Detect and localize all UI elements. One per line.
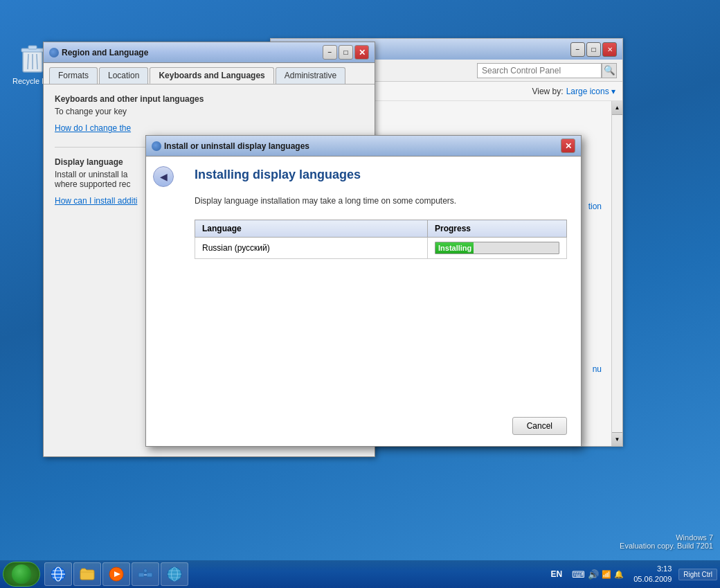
table-row: Russian (русский) Installing <box>195 238 567 259</box>
keyboards-section-text: To change your key <box>55 107 363 116</box>
cp-scrollbar[interactable]: ▲ ▼ <box>611 101 622 446</box>
cp-search-btn[interactable]: 🔍 <box>602 63 617 78</box>
col-progress: Progress <box>428 220 567 238</box>
region-minimize-btn[interactable]: − <box>323 45 337 60</box>
globe-taskbar-icon <box>166 566 183 582</box>
install-dialog-icon <box>152 141 161 151</box>
install-description: Display language installation may take a… <box>195 196 567 206</box>
cp-titlebar-controls: − □ ✕ <box>570 42 617 57</box>
cp-partial-text: tion <box>588 202 602 211</box>
col-language: Language <box>195 220 428 238</box>
system-tray: ⌨ 🔊 📶 🔔 <box>569 569 627 580</box>
clock[interactable]: 3:13 05.06.2009 <box>629 564 676 585</box>
taskbar-items <box>44 562 547 586</box>
language-indicator[interactable]: EN <box>547 569 567 579</box>
cp-search-input[interactable] <box>477 63 602 78</box>
taskbar-right: EN ⌨ 🔊 📶 🔔 3:13 05.06.2009 Right Ctrl <box>547 564 717 585</box>
install-close-btn[interactable]: ✕ <box>561 139 575 153</box>
taskbar-item-network[interactable] <box>132 562 159 586</box>
language-cell: Russian (русский) <box>195 238 428 259</box>
taskbar-item-media[interactable] <box>102 562 130 586</box>
cp-close-btn[interactable]: ✕ <box>602 42 617 57</box>
network-tray-icon[interactable]: 📶 <box>602 570 611 579</box>
svg-rect-13 <box>138 573 144 577</box>
region-titlebar-title: Region and Language <box>62 48 321 57</box>
svg-rect-14 <box>147 573 152 577</box>
eval-line1: Windows 7 <box>620 533 713 542</box>
install-back-btn[interactable]: ◀ <box>153 166 174 187</box>
region-close-btn[interactable]: ✕ <box>354 45 369 60</box>
region-tabs: Formats Location Keyboards and Languages… <box>44 63 375 84</box>
taskbar-item-globe[interactable] <box>161 562 188 586</box>
folder-icon <box>79 566 96 582</box>
start-orb-icon <box>12 564 31 584</box>
cp-search-area: 🔍 <box>467 63 617 78</box>
svg-line-5 <box>37 54 37 69</box>
speaker-tray-icon[interactable]: 🔊 <box>588 569 599 580</box>
install-body: ◀ Installing display languages Display l… <box>146 157 581 446</box>
view-by-label: View by: <box>532 87 563 96</box>
install-heading: Installing display languages <box>195 168 567 182</box>
ie-icon <box>50 566 66 582</box>
svg-rect-2 <box>28 46 37 49</box>
region-titlebar: Region and Language − □ ✕ <box>44 42 375 63</box>
eval-copy-text: Windows 7 Evaluation copy. Build 7201 <box>620 533 713 550</box>
right-ctrl-label: Right Ctrl <box>678 569 717 580</box>
cp-minimize-btn[interactable]: − <box>570 42 585 57</box>
keyboard-help-link1[interactable]: How do I change the <box>55 123 363 133</box>
progress-cell: Installing <box>428 238 567 259</box>
action-center-icon[interactable]: 🔔 <box>614 570 624 579</box>
cancel-button[interactable]: Cancel <box>512 417 567 435</box>
install-main: Installing display languages Display lan… <box>181 157 581 446</box>
media-icon <box>108 566 125 582</box>
region-restore-btn[interactable]: □ <box>339 45 353 60</box>
tab-keyboards-languages[interactable]: Keyboards and Languages <box>150 67 273 84</box>
view-by-value[interactable]: Large icons ▾ <box>566 87 615 96</box>
tab-formats[interactable]: Formats <box>49 67 98 84</box>
network-icon <box>137 566 154 582</box>
svg-point-16 <box>144 569 147 573</box>
install-titlebar: Install or uninstall display languages ✕ <box>146 136 581 157</box>
install-titlebar-title: Install or uninstall display languages <box>164 141 561 151</box>
keyboard-tray-icon[interactable]: ⌨ <box>572 569 585 580</box>
progress-bar-container: Installing <box>435 242 559 254</box>
install-dialog: Install or uninstall display languages ✕… <box>145 135 582 447</box>
svg-line-3 <box>28 54 28 69</box>
progress-bar-label: Installing <box>438 244 471 252</box>
tab-administrative[interactable]: Administrative <box>276 67 345 84</box>
install-footer: Cancel <box>512 417 567 435</box>
keyboards-section-title: Keyboards and other input languages <box>55 94 363 104</box>
start-button[interactable] <box>3 562 40 587</box>
region-titlebar-icon <box>49 48 59 57</box>
progress-bar-fill: Installing <box>435 242 474 253</box>
language-table: Language Progress Russian (русский) Inst… <box>195 220 567 259</box>
tab-location[interactable]: Location <box>99 67 148 84</box>
clock-date: 05.06.2009 <box>633 574 672 585</box>
install-sidebar: ◀ <box>146 157 181 446</box>
taskbar: EN ⌨ 🔊 📶 🔔 3:13 05.06.2009 Right Ctrl <box>0 560 720 588</box>
eval-line2: Evaluation copy. Build 7201 <box>620 542 713 550</box>
clock-time: 3:13 <box>633 564 672 574</box>
cp-restore-btn[interactable]: □ <box>586 42 601 57</box>
cp-partial-text2: nu <box>593 364 602 374</box>
taskbar-item-ie[interactable] <box>44 562 72 586</box>
taskbar-item-folder[interactable] <box>73 562 101 586</box>
